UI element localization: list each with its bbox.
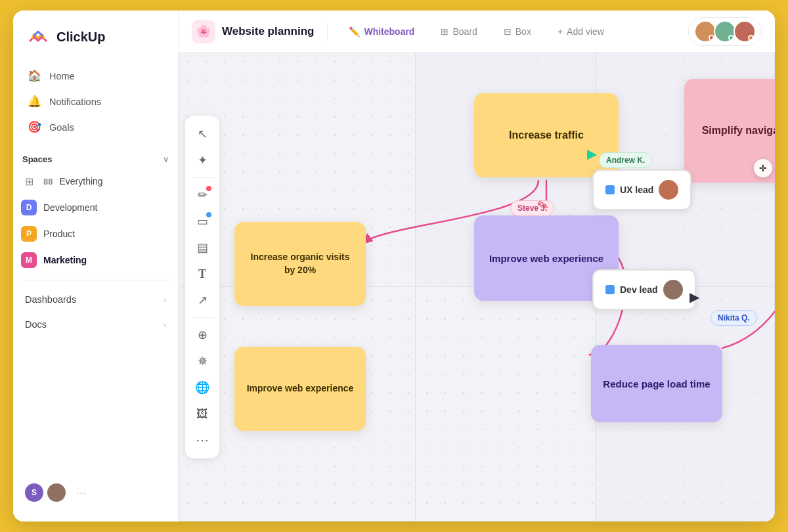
sticky-improve-web-center-text: Improve web experience [489,252,603,265]
add-view-icon: + [558,26,563,37]
nav-notifications-label: Notifications [49,97,101,107]
sidebar: ClickUp 🏠 Home 🔔 Notifications 🎯 Goals S… [13,11,179,521]
tool-arrow[interactable]: ↗ [190,288,214,312]
space-development-label: Development [43,202,98,213]
main-area: 🌸 Website planning ✏️ Whiteboard ⊞ Board… [179,11,775,521]
add-view-label: Add view [567,26,604,37]
whiteboard-tab-icon: ✏️ [349,26,360,37]
tool-pen[interactable]: ✏ [190,183,214,207]
product-badge: P [21,226,37,242]
everything-icon: ⊞ [21,173,37,189]
marketing-badge: M [21,252,37,268]
home-icon: 🏠 [28,69,41,83]
space-marketing[interactable]: M Marketing [13,247,178,273]
space-everything-label: Everything [59,176,102,187]
sticky-increase-traffic[interactable]: Increase traffic [474,93,619,177]
flow-box-dev-lead[interactable]: Dev lead [592,269,696,310]
nav-home-label: Home [49,71,75,81]
tab-whiteboard[interactable]: ✏️ Whiteboard [341,22,422,41]
project-title: Website planning [222,25,314,38]
sticky-increase-traffic-text: Increase traffic [509,128,584,143]
collaborator-3 [733,20,756,43]
tool-globe[interactable]: 🌐 [190,376,214,399]
ux-lead-dot [605,185,615,194]
grid-cell-5 [416,287,596,521]
docs-item[interactable]: Docs › [16,313,175,336]
avatar-user [46,482,67,503]
whiteboard-tab-label: Whiteboard [364,26,414,37]
sticky-improve-web-bottom-text: Improve web experience [247,382,354,395]
sticky-improve-web-bottom[interactable]: Improve web experience [234,347,366,431]
bell-icon: 🔔 [28,95,41,108]
sticky-reduce-page-load[interactable]: Reduce page load time [591,345,722,422]
dashboards-chevron-icon: › [164,295,166,305]
dashboards-item[interactable]: Dashboards › [16,288,175,311]
space-development[interactable]: D Development [13,194,178,221]
logo-area: ClickUp [13,11,178,60]
title-area: 🌸 Website planning [192,20,314,43]
tool-magic[interactable]: ✦ [190,148,214,172]
tool-effects[interactable]: ✵ [190,349,214,373]
topbar-divider [327,22,328,41]
move-icon: ✛ [754,159,772,177]
tool-divider-2 [190,317,214,318]
footer-more-icon[interactable]: ··· [76,486,86,500]
tool-more[interactable]: ⋯ [190,428,214,452]
ux-lead-label: UX lead [620,185,653,195]
tool-sticky[interactable]: ▤ [190,236,214,259]
tab-box[interactable]: ⊟ Box [496,22,539,41]
rect-dot [206,212,211,217]
sticky-increase-organic[interactable]: Increase organic visits by 20% [234,222,366,306]
sidebar-nav: 🏠 Home 🔔 Notifications 🎯 Goals [13,60,178,143]
tool-select[interactable]: ↖ [190,122,214,146]
flow-box-ux-lead[interactable]: UX lead [592,169,691,210]
pen-dot [206,186,211,191]
tool-rect[interactable]: ▭ [190,210,214,233]
dev-lead-dot [605,285,615,294]
topbar-actions [688,17,762,46]
nikita-tag-label: Nikita Q. [718,313,750,322]
tool-text[interactable]: T [190,262,214,286]
dev-lead-avatar [663,280,683,299]
project-icon: 🌸 [192,20,215,43]
space-marketing-label: Marketing [43,255,87,265]
docs-label: Docs [25,319,47,330]
ux-lead-avatar [659,180,678,200]
whiteboard-canvas[interactable]: Increase traffic Improve web experience … [179,53,775,521]
tab-board[interactable]: ⊞ Board [433,22,485,41]
development-badge: D [21,200,37,215]
topbar: 🌸 Website planning ✏️ Whiteboard ⊞ Board… [179,11,775,53]
clickup-logo-icon [26,25,50,49]
nav-goals[interactable]: 🎯 Goals [21,114,170,140]
box-tab-icon: ⊟ [504,26,512,37]
space-everything[interactable]: ⊞ 88 Everything [13,168,178,194]
spaces-section: Spaces ∨ [13,143,178,168]
nav-home[interactable]: 🏠 Home [21,63,170,89]
spaces-chevron-icon[interactable]: ∨ [163,155,169,164]
tool-image[interactable]: 🖼 [190,402,214,426]
board-tab-label: Board [452,26,477,37]
box-tab-label: Box [515,26,531,37]
avatar-s: S [24,482,45,503]
collaborator-2 [714,20,736,43]
app-window: ClickUp 🏠 Home 🔔 Notifications 🎯 Goals S… [13,11,775,521]
sticky-increase-organic-text: Increase organic visits by 20% [245,251,355,277]
collaborators-avatars [688,17,762,46]
app-name: ClickUp [56,30,105,45]
dashboards-label: Dashboards [25,294,76,305]
canvas-toolbar: ↖ ✦ ✏ ▭ ▤ T ↗ ⊕ ✵ 🌐 🖼 ⋯ [185,116,219,458]
board-tab-icon: ⊞ [441,26,449,37]
nav-goals-label: Goals [49,122,74,133]
nav-notifications[interactable]: 🔔 Notifications [21,89,170,114]
space-product-label: Product [43,229,75,239]
space-everything-count: 88 [43,177,53,187]
collaborator-1 [694,20,716,43]
add-view-tab[interactable]: + Add view [550,22,612,41]
dev-lead-label: Dev lead [620,284,658,295]
sidebar-divider [22,280,169,280]
docs-chevron-icon: › [164,320,166,330]
sidebar-footer: S ··· [13,474,178,511]
space-product[interactable]: P Product [13,221,178,247]
tool-connect[interactable]: ⊕ [190,323,214,347]
sticky-simplify-nav-text: Simplify navigation [702,123,775,138]
